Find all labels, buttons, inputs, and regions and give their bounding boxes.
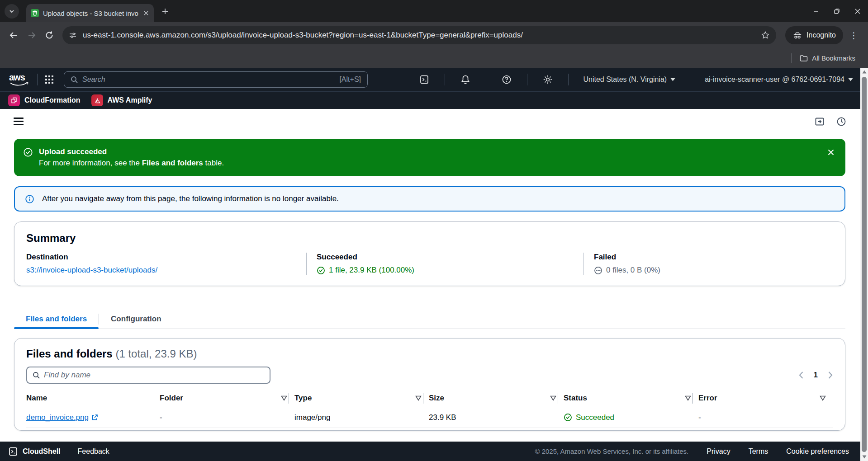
cell-error: - <box>698 413 833 422</box>
succeeded-label: Succeeded <box>317 253 574 262</box>
active-browser-tab[interactable]: Upload objects - S3 bucket invo <box>26 4 154 22</box>
files-and-folders-card: Files and folders (1 total, 23.9 KB) Fin… <box>14 338 845 431</box>
terminal-icon <box>419 75 429 85</box>
console-footer: CloudShell Feedback © 2025, Amazon Web S… <box>0 442 868 461</box>
history-clock-icon <box>836 116 847 127</box>
search-shortcut: [Alt+S] <box>339 75 361 84</box>
incognito-label: Incognito <box>806 31 836 39</box>
filter-icon[interactable] <box>685 395 691 401</box>
settings-button[interactable] <box>543 75 553 85</box>
page-number[interactable]: 1 <box>814 371 818 380</box>
notifications-button[interactable] <box>460 75 470 85</box>
summary-failed: Failed 0 files, 0 B (0%) <box>583 253 833 275</box>
flashbar-message-prefix: For more information, see the <box>39 159 142 167</box>
filter-icon[interactable] <box>550 395 556 401</box>
bookmarks-divider <box>791 53 792 63</box>
incognito-icon <box>792 31 802 40</box>
cell-type: image/png <box>294 413 429 422</box>
summary-title: Summary <box>26 232 833 245</box>
nav-divider <box>527 74 527 85</box>
window-close-button[interactable] <box>847 0 868 22</box>
chevron-right-icon <box>828 371 833 379</box>
cell-size: 23.9 KB <box>429 413 564 422</box>
address-bar[interactable]: us-east-1.console.aws.amazon.com/s3/uplo… <box>62 26 776 44</box>
tab-search-button[interactable] <box>5 4 19 19</box>
tab-strip: Files and folders Configuration <box>14 309 845 329</box>
browser-tab-bar: Upload objects - S3 bucket invo <box>0 0 868 22</box>
account-menu[interactable]: ai-invoice-scanner-user @ 6762-0691-7094 <box>705 75 853 84</box>
all-bookmarks-button[interactable]: All Bookmarks <box>800 54 855 62</box>
reload-button[interactable] <box>45 31 54 40</box>
nav-divider <box>445 74 445 85</box>
column-header-error[interactable]: Error <box>698 389 833 407</box>
chevron-down-icon <box>9 8 15 14</box>
previous-page-button[interactable] <box>798 371 804 379</box>
column-header-name[interactable]: Name <box>26 389 160 407</box>
success-check-icon <box>564 413 572 422</box>
filter-icon[interactable] <box>820 395 826 401</box>
reload-icon <box>45 31 54 40</box>
privacy-link[interactable]: Privacy <box>707 447 730 456</box>
tab-configuration[interactable]: Configuration <box>99 309 173 329</box>
window-restore-button[interactable] <box>826 0 847 22</box>
back-button[interactable] <box>9 30 19 40</box>
next-page-button[interactable] <box>828 371 833 379</box>
pagination: 1 <box>798 371 833 380</box>
caret-down-icon <box>848 78 853 81</box>
new-tab-button[interactable] <box>161 7 169 15</box>
file-link[interactable]: demo_invoice.png <box>26 413 98 422</box>
flashbar-message-bold: Files and folders <box>142 159 203 167</box>
favorite-aws-amplify[interactable]: AWS Amplify <box>91 94 152 106</box>
aws-favorites-bar: CloudFormation AWS Amplify <box>0 91 860 109</box>
aws-search-input[interactable]: Search [Alt+S] <box>64 71 368 88</box>
summary-grid: Destination s3://invoice-upload-s3-bucke… <box>26 253 833 275</box>
favorite-cloudformation[interactable]: CloudFormation <box>8 94 81 106</box>
column-header-folder[interactable]: Folder <box>160 389 294 407</box>
site-info-icon[interactable] <box>69 31 77 39</box>
terms-link[interactable]: Terms <box>749 447 768 456</box>
browser-menu-button[interactable]: ⋮ <box>849 30 858 41</box>
flashbar-message-suffix: table. <box>203 159 224 167</box>
page-scrollbar[interactable] <box>860 68 868 461</box>
destination-link[interactable]: s3://invoice-upload-s3-bucket/uploads/ <box>26 266 157 274</box>
cloudshell-nav-button[interactable] <box>419 75 429 85</box>
console-header-row <box>0 109 860 134</box>
history-button[interactable] <box>836 116 847 127</box>
column-header-type[interactable]: Type <box>294 389 429 407</box>
flashbar-close-button[interactable] <box>827 149 835 156</box>
failed-value: 0 files, 0 B (0%) <box>606 266 660 275</box>
find-by-name-input[interactable]: Find by name <box>26 367 270 384</box>
aws-amplify-icon <box>91 94 103 106</box>
filter-icon[interactable] <box>415 395 422 401</box>
open-panel-button[interactable] <box>814 116 825 127</box>
side-menu-button[interactable] <box>14 118 24 125</box>
region-selector[interactable]: United States (N. Virginia) <box>583 75 675 84</box>
feedback-button[interactable]: Feedback <box>78 447 109 456</box>
scroll-down-icon[interactable] <box>862 455 867 459</box>
tab-close-icon[interactable] <box>143 10 149 16</box>
aws-logo[interactable]: aws <box>9 72 30 87</box>
find-placeholder: Find by name <box>44 371 90 380</box>
column-header-status[interactable]: Status <box>564 389 698 407</box>
scrollbar-thumb[interactable] <box>862 77 867 452</box>
column-header-size[interactable]: Size <box>429 389 564 407</box>
success-check-icon <box>317 266 325 275</box>
filter-icon[interactable] <box>281 395 287 401</box>
url-text[interactable]: us-east-1.console.aws.amazon.com/s3/uplo… <box>83 31 761 40</box>
bookmark-star-icon[interactable] <box>761 31 770 40</box>
cookie-preferences-link[interactable]: Cookie preferences <box>786 447 849 456</box>
forward-button[interactable] <box>27 30 37 40</box>
info-alert-text: After you navigate away from this page, … <box>42 194 339 203</box>
minimize-icon <box>813 8 819 14</box>
gear-icon <box>543 75 553 85</box>
scroll-up-icon[interactable] <box>862 70 867 74</box>
aws-logo-text: aws <box>9 72 30 82</box>
cloudshell-footer-button[interactable]: CloudShell <box>8 447 61 456</box>
tab-files-and-folders[interactable]: Files and folders <box>14 309 99 329</box>
cell-folder: - <box>160 413 294 422</box>
info-icon <box>25 194 34 204</box>
window-minimize-button[interactable] <box>806 0 826 22</box>
files-card-title: Files and folders <box>26 348 113 360</box>
help-button[interactable] <box>502 75 512 85</box>
services-grid-icon[interactable] <box>45 75 54 84</box>
